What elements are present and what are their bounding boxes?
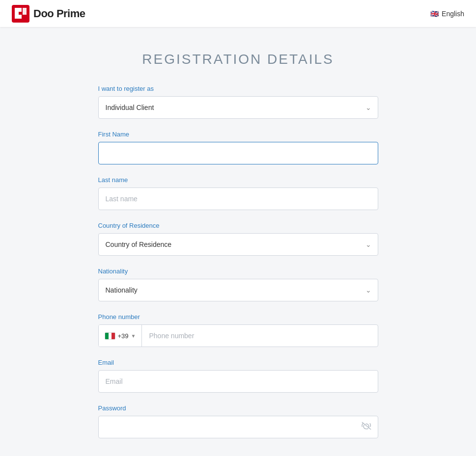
nationality-select-wrapper: Nationality American British Italian Chi…	[98, 279, 378, 301]
logo-text: Doo Prime	[33, 7, 85, 20]
last-name-label: Last name	[98, 176, 378, 184]
country-of-residence-group: Country of Residence Country of Residenc…	[98, 222, 378, 256]
page-title: REGISTRATION DETAILS	[142, 52, 334, 67]
first-name-input[interactable]	[98, 142, 378, 164]
phone-input-group: +39 ▼	[98, 324, 378, 347]
last-name-group: Last name	[98, 176, 378, 210]
register-as-group: I want to register as Individual Client …	[98, 85, 378, 119]
password-input-wrapper	[98, 416, 378, 438]
registration-form: I want to register as Individual Client …	[98, 85, 378, 450]
nationality-group: Nationality Nationality American British…	[98, 268, 378, 301]
password-group: Password	[98, 404, 378, 438]
register-as-label: I want to register as	[98, 85, 378, 92]
password-input[interactable]	[98, 416, 378, 438]
first-name-group: First Name	[98, 131, 378, 164]
phone-code-chevron-icon: ▼	[131, 333, 136, 339]
flag-uk-icon: 🇬🇧	[430, 10, 439, 18]
phone-country-selector[interactable]: +39 ▼	[99, 325, 142, 347]
phone-number-input[interactable]	[142, 325, 377, 347]
nationality-select[interactable]: Nationality American British Italian Chi…	[98, 279, 378, 301]
password-label: Password	[98, 404, 378, 412]
language-label: English	[442, 10, 464, 18]
country-of-residence-select[interactable]: Country of Residence United States Unite…	[98, 233, 378, 256]
email-label: Email	[98, 359, 378, 366]
last-name-input[interactable]	[98, 188, 378, 210]
register-as-select[interactable]: Individual Client Corporate Client	[98, 96, 378, 119]
logo-icon	[12, 5, 29, 23]
email-input[interactable]	[98, 370, 378, 393]
register-as-select-wrapper: Individual Client Corporate Client ⌄	[98, 96, 378, 119]
phone-group: Phone number +39 ▼	[98, 313, 378, 347]
first-name-label: First Name	[98, 131, 378, 138]
email-group: Email	[98, 359, 378, 393]
italy-flag-icon	[105, 332, 115, 340]
password-toggle-icon[interactable]	[362, 422, 371, 432]
phone-code: +39	[118, 332, 129, 340]
svg-rect-0	[12, 5, 29, 23]
navbar: Doo Prime 🇬🇧 English	[0, 0, 476, 27]
svg-marker-2	[23, 8, 27, 15]
phone-label: Phone number	[98, 313, 378, 321]
language-selector[interactable]: 🇬🇧 English	[430, 10, 464, 18]
main-content: REGISTRATION DETAILS I want to register …	[0, 27, 476, 456]
country-of-residence-label: Country of Residence	[98, 222, 378, 229]
logo: Doo Prime	[12, 5, 85, 23]
country-select-wrapper: Country of Residence United States Unite…	[98, 233, 378, 256]
nationality-label: Nationality	[98, 268, 378, 275]
